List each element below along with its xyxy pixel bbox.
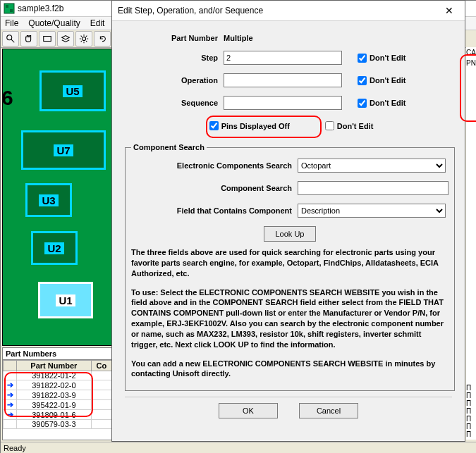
pins-displayed-off-checkbox[interactable]: Pins Displayed Off [204,118,295,133]
tool-zoom-icon[interactable] [2,31,19,46]
lookup-button[interactable]: Look Up [264,226,316,242]
chip-u2[interactable]: U2 [31,231,78,265]
table-row[interactable]: ➔391822-02-0 [4,380,112,390]
operation-dontedit-checkbox[interactable]: Don't Edit [358,76,406,85]
part-numbers-panel: Part Numbers Part Number Co 391822-01-2 … [2,347,113,440]
component-search-group: Component Search Electronic Components S… [125,143,455,391]
chip-u5[interactable]: U5 [39,70,106,111]
dialog-title-text: Edit Step, Operation, and/or Sequence [118,6,263,15]
table-row[interactable]: ➔391822-03-9 [4,390,112,400]
field-contains-label: Field that Contains Component [131,206,298,215]
menu-edit[interactable]: Edit [90,18,105,28]
svg-point-3 [7,35,12,40]
pcb-left-index: 6 [1,86,13,110]
close-icon[interactable]: ✕ [439,4,459,18]
sequence-input[interactable] [224,96,342,110]
chip-u1-selected[interactable]: U1 [38,282,93,318]
step-input[interactable] [224,51,342,65]
part-numbers-table: Part Number Co 391822-01-2 ➔391822-02-0 … [3,360,112,429]
table-row[interactable]: ➔395422-01-9 [4,400,112,410]
field-contains-dropdown[interactable]: Description [298,204,446,218]
tool-undo-icon[interactable] [94,31,111,46]
pcb-viewport[interactable]: 6 U5 U7 U3 U2 U1 [2,49,113,346]
svg-point-6 [82,37,85,40]
help-paragraph-2: To use: Select the ELECTRONIC COMPONENTS… [131,287,448,350]
part-numbers-header: Part Numbers [3,348,112,360]
app-icon [4,3,15,14]
edit-step-dialog: Edit Step, Operation, and/or Sequence ✕ … [111,0,465,442]
status-bar: Ready [1,442,476,453]
dialog-footer: OK Cancel [125,397,452,426]
tool-layers-icon[interactable] [57,31,74,46]
table-row[interactable]: 390579-03-3 [4,420,112,429]
component-search-legend: Component Search [131,143,207,151]
step-label: Step [125,54,224,62]
svg-rect-5 [44,37,51,42]
menu-quote[interactable]: Quote/Quality [28,18,80,28]
tool-settings-icon[interactable] [75,31,92,46]
chip-u7[interactable]: U7 [21,130,106,170]
svg-line-4 [11,39,14,42]
table-row[interactable]: ➔391809-01-6 [4,410,112,420]
chip-u3[interactable]: U3 [25,183,72,217]
ecs-label: Electronic Components Search [131,161,298,170]
help-paragraph-3: You can add a new ELECTRONIC COMPONENTS … [131,359,448,380]
cancel-button[interactable]: Cancel [299,403,358,418]
partnumber-label: Part Number [125,34,224,42]
svg-rect-2 [10,9,13,12]
dialog-title-bar: Edit Step, Operation, and/or Sequence ✕ [112,1,465,21]
component-search-input[interactable] [298,181,448,195]
partnumber-value: Multiple [224,34,452,42]
sequence-label: Sequence [125,99,224,107]
app-title-text: sample3.f2b [18,4,63,13]
sequence-dontedit-box[interactable] [358,99,367,108]
help-paragraph-1: The three fields above are used for quic… [131,247,448,279]
sequence-dontedit-checkbox[interactable]: Don't Edit [358,99,406,108]
step-dontedit-checkbox[interactable]: Don't Edit [358,54,406,63]
svg-rect-1 [6,5,8,8]
ok-button[interactable]: OK [219,403,278,418]
step-dontedit-box[interactable] [358,54,367,63]
pins-dontedit-box[interactable] [325,121,334,130]
col-co[interactable]: Co [91,361,111,371]
operation-label: Operation [125,76,224,85]
col-part-number[interactable]: Part Number [17,361,92,371]
pins-dontedit-checkbox[interactable]: Don't Edit [325,121,374,130]
table-row[interactable]: 391822-01-2 [4,371,112,380]
ecs-dropdown[interactable]: Octopart [298,159,446,173]
operation-dontedit-box[interactable] [358,76,367,85]
operation-input[interactable] [224,73,342,87]
right-sidebar-strip: CA PN ΠΠ ΠΠ ΠΠ Π [466,47,476,440]
pins-displayed-off-box[interactable] [209,121,219,130]
tool-hand-icon[interactable] [20,31,37,46]
tool-fit-icon[interactable] [39,31,56,46]
cs-label: Component Search [131,184,298,192]
menu-file[interactable]: File [5,18,18,28]
